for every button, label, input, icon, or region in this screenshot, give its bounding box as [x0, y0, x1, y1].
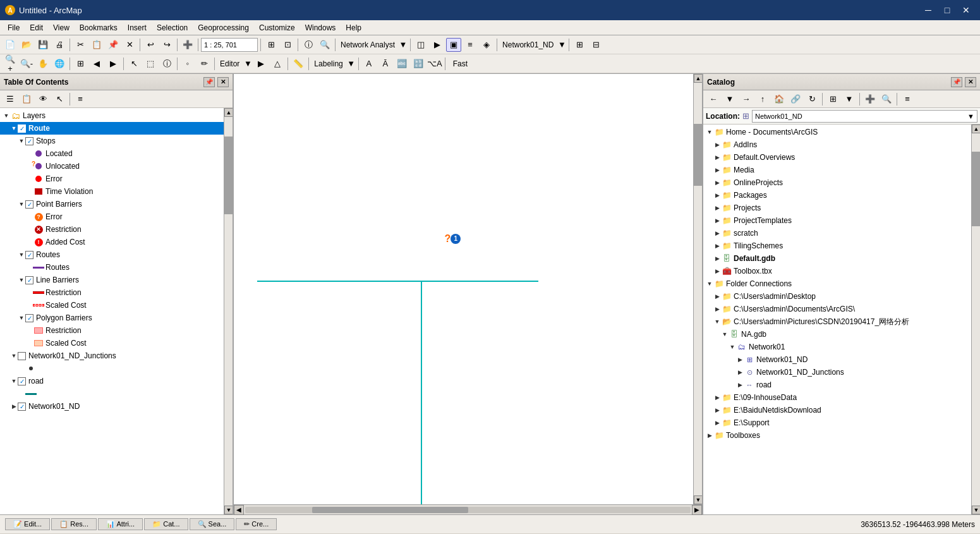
save-button[interactable]: 💾 — [35, 38, 51, 52]
toc-network-junctions-layer[interactable]: ▼ Network01_ND_Junctions — [0, 349, 224, 362]
toc-junction-symbol-item[interactable] — [0, 362, 224, 375]
road-checkbox[interactable] — [18, 377, 26, 385]
toc-road-symbol-item[interactable] — [0, 387, 224, 400]
map-vscroll-track[interactable] — [694, 83, 702, 495]
toc-scroll-up[interactable]: ▲ — [224, 108, 233, 117]
identify-button[interactable]: ⓘ — [301, 38, 316, 52]
cat-scratch-item[interactable]: ▶ 📁 scratch — [703, 227, 971, 240]
label-btn1[interactable]: A — [361, 57, 377, 71]
na-btn5[interactable]: ◈ — [479, 38, 494, 52]
menu-help[interactable]: Help — [341, 22, 366, 33]
default-gdb-expand-icon[interactable]: ▶ — [713, 255, 721, 262]
toc-stops-error-item[interactable]: Error — [0, 173, 224, 185]
scratch-expand-icon[interactable]: ▶ — [713, 229, 721, 237]
status-tab-attri[interactable]: 📊 Attri... — [98, 518, 143, 530]
menu-selection[interactable]: Selection — [152, 22, 193, 33]
status-tab-edit[interactable]: 📝 Edit... — [5, 518, 50, 530]
catalog-location-dropdown[interactable]: Network01_ND ▼ — [752, 110, 977, 123]
scale-input[interactable] — [201, 38, 258, 52]
poly-expand-icon[interactable]: ▼ — [18, 314, 25, 322]
na-gdb-expand-icon[interactable]: ▼ — [721, 331, 729, 338]
toc-time-violation-item[interactable]: Time Violation — [0, 185, 224, 198]
cat-tiling-item[interactable]: ▶ 📁 TilingSchemes — [703, 240, 971, 252]
toc-stops-sublayer[interactable]: ▼ Stops — [0, 135, 224, 147]
nd-expand-icon[interactable]: ▶ — [10, 403, 18, 410]
toc-lb-restriction-item[interactable]: Restriction — [0, 286, 224, 299]
labeling-dropdown[interactable]: ▼ — [347, 57, 356, 71]
cat-csdn-conn-item[interactable]: ▼ 📂 C:\Users\admin\Pictures\CSDN\2019041… — [703, 315, 971, 328]
junction-expand-icon[interactable]: ▼ — [10, 352, 18, 360]
toc-visible-btn[interactable]: 👁 — [35, 92, 51, 106]
nd-junctions-expand-icon[interactable]: ▶ — [736, 368, 744, 376]
cat-projects-item[interactable]: ▶ 📁 Projects — [703, 202, 971, 214]
cat-toolboxes-item[interactable]: ▶ 📁 Toolboxes — [703, 429, 971, 442]
na-btn2[interactable]: ▶ — [430, 38, 445, 52]
zoom-in-button[interactable]: 🔍+ — [3, 57, 18, 71]
catalog-details-btn[interactable]: ≡ — [900, 92, 915, 106]
desktop-expand-icon[interactable]: ▶ — [713, 293, 721, 300]
cat-nd-junctions-item[interactable]: ▶ ⊙ Network01_ND_Junctions — [703, 366, 971, 379]
cat-baidu-item[interactable]: ▶ 📁 E:\BaiduNetdiskDownload — [703, 404, 971, 416]
toc-close-btn[interactable]: ✕ — [217, 77, 229, 87]
fc-expand-icon[interactable]: ▼ — [706, 280, 713, 288]
overviews-expand-icon[interactable]: ▶ — [713, 154, 721, 161]
catalog-back-btn[interactable]: ← — [706, 92, 721, 106]
stops-expand-icon[interactable]: ▼ — [18, 137, 25, 145]
toc-unlocated-item[interactable]: ? Unlocated — [0, 160, 224, 173]
e09-expand-icon[interactable]: ▶ — [713, 394, 721, 401]
nd-cat-expand-icon[interactable]: ▶ — [736, 356, 744, 363]
support-expand-icon[interactable]: ▶ — [713, 419, 721, 427]
cat-addins-item[interactable]: ▶ 📁 AddIns — [703, 138, 971, 151]
select-btn[interactable]: ↖ — [126, 57, 142, 71]
map-vscrollbar[interactable]: ▲ ▼ — [693, 74, 702, 504]
toc-scroll-track[interactable] — [224, 117, 233, 506]
new-button[interactable]: 📄 — [3, 38, 18, 52]
delete-button[interactable]: ✕ — [122, 38, 137, 52]
toc-scroll-thumb[interactable] — [224, 137, 233, 214]
cat-folder-connections-item[interactable]: ▼ 📁 Folder Connections — [703, 277, 971, 290]
menu-file[interactable]: File — [3, 22, 25, 33]
map-hscroll-left[interactable]: ◀ — [234, 505, 244, 515]
route-expand-icon[interactable]: ▼ — [10, 124, 18, 132]
cat-online-projects-item[interactable]: ▶ 📁 OnlineProjects — [703, 176, 971, 189]
full-extent-btn[interactable]: ⊞ — [73, 57, 88, 71]
map-hscroll-thumb[interactable] — [312, 507, 468, 513]
cat-default-overviews-item[interactable]: ▶ 📁 Default.Overviews — [703, 151, 971, 164]
toc-route-layer[interactable]: ▼ Route — [0, 122, 224, 135]
copy-button[interactable]: 📋 — [89, 38, 104, 52]
edit-vertices-btn[interactable]: ◦ — [180, 57, 195, 71]
cat-documents-conn-item[interactable]: ▶ 📁 C:\Users\admin\Documents\ArcGIS\ — [703, 303, 971, 315]
cat-e09-item[interactable]: ▶ 📁 E:\09-InhouseData — [703, 391, 971, 404]
network-analyst-dropdown-btn[interactable]: ▼ — [399, 38, 408, 52]
catalog-refresh-btn[interactable]: ↻ — [804, 92, 820, 106]
cat-scroll-down[interactable]: ▼ — [972, 506, 980, 514]
label-btn5[interactable]: ⌥A — [427, 57, 442, 71]
menu-insert[interactable]: Insert — [123, 22, 152, 33]
toc-pb-error-item[interactable]: ? Error — [0, 210, 224, 223]
cut-button[interactable]: ✂ — [73, 38, 88, 52]
toc-poly-scaled-cost-item[interactable]: Scaled Cost — [0, 337, 224, 349]
toc-routes-symbol-item[interactable]: Routes — [0, 261, 224, 274]
map-scroll-up[interactable]: ▲ — [694, 74, 702, 83]
catalog-dropdown-btn[interactable]: ▼ — [722, 92, 737, 106]
toc-pb-restriction-item[interactable]: ✕ Restriction — [0, 223, 224, 236]
catalog-scrollbar[interactable]: ▲ ▼ — [971, 124, 980, 514]
cat-road-item[interactable]: ▶ ↔ road — [703, 379, 971, 391]
map-hscroll-track[interactable] — [245, 507, 691, 513]
cat-packages-item[interactable]: ▶ 📁 Packages — [703, 189, 971, 202]
catalog-view2-btn[interactable]: ▼ — [842, 92, 857, 106]
toc-expand-btn[interactable]: ≡ — [73, 92, 88, 106]
menu-geoprocessing[interactable]: Geoprocessing — [193, 22, 254, 33]
junction-checkbox[interactable] — [18, 352, 26, 360]
back-btn[interactable]: ◀ — [89, 57, 104, 71]
catalog-add-btn[interactable]: ➕ — [862, 92, 878, 106]
nd-checkbox[interactable] — [18, 403, 26, 411]
globe-button[interactable]: 🌐 — [52, 57, 67, 71]
csdn-expand-icon[interactable]: ▼ — [713, 318, 721, 325]
sketch-tool-btn[interactable]: ▶ — [253, 57, 269, 71]
map-scroll-down[interactable]: ▼ — [694, 495, 702, 504]
zoom-extent-button[interactable]: ⊡ — [280, 38, 295, 52]
catalog-search-btn[interactable]: 🔍 — [879, 92, 894, 106]
status-tab-res[interactable]: 📋 Res... — [51, 518, 97, 530]
pt-expand-icon[interactable]: ▶ — [713, 217, 721, 224]
